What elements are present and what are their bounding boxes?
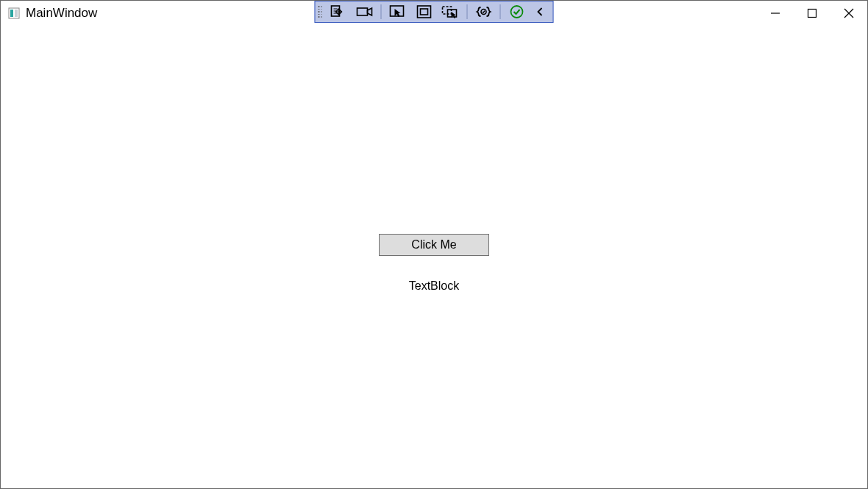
layout-adorners-button[interactable] — [412, 2, 437, 21]
track-focus-button[interactable] — [438, 2, 463, 21]
chevron-left-icon — [536, 6, 545, 18]
app-icon — [8, 7, 20, 19]
titlebar: MainWindow — [1, 1, 867, 26]
svg-point-20 — [511, 6, 523, 18]
toolbar-separator — [500, 4, 501, 19]
titlebar-left: MainWindow — [1, 6, 97, 21]
hot-reload-status[interactable] — [505, 2, 530, 21]
select-element-button[interactable] — [385, 2, 410, 21]
layout-adorners-icon — [416, 4, 433, 19]
minimize-icon — [770, 8, 780, 18]
xaml-binding-icon — [475, 4, 493, 19]
close-button[interactable] — [830, 1, 867, 26]
svg-rect-15 — [421, 9, 428, 15]
center-stack: Click Me TextBlock — [379, 234, 489, 293]
maximize-icon — [807, 8, 817, 18]
svg-marker-11 — [368, 8, 372, 15]
toolbar-separator — [381, 4, 382, 19]
svg-rect-10 — [357, 8, 368, 15]
svg-rect-14 — [418, 6, 431, 18]
xaml-binding-button[interactable] — [472, 2, 497, 21]
svg-rect-16 — [443, 7, 452, 14]
record-button[interactable] — [352, 2, 377, 21]
svg-rect-1 — [10, 10, 13, 17]
visual-tree-button[interactable] — [326, 2, 351, 21]
maximize-button[interactable] — [794, 1, 830, 26]
button-label: Click Me — [411, 238, 456, 251]
visual-tree-icon — [330, 4, 346, 19]
track-focus-icon — [441, 4, 460, 19]
click-me-button[interactable]: Click Me — [379, 234, 489, 256]
textblock: TextBlock — [379, 279, 489, 293]
camera-icon — [356, 5, 374, 18]
close-icon — [844, 8, 854, 18]
svg-rect-22 — [808, 10, 817, 18]
client-area: Click Me TextBlock — [1, 26, 867, 488]
debug-toolbar — [315, 1, 554, 23]
svg-rect-2 — [15, 10, 18, 17]
toolbar-grip-icon[interactable] — [319, 4, 323, 20]
window-frame: MainWindow — [0, 0, 868, 489]
toolbar-separator — [467, 4, 468, 19]
collapse-toolbar-button[interactable] — [531, 2, 550, 21]
minimize-button[interactable] — [757, 1, 794, 26]
window-title: MainWindow — [26, 6, 97, 21]
check-circle-icon — [510, 4, 524, 19]
select-element-icon — [389, 4, 407, 19]
window-controls — [757, 1, 867, 26]
